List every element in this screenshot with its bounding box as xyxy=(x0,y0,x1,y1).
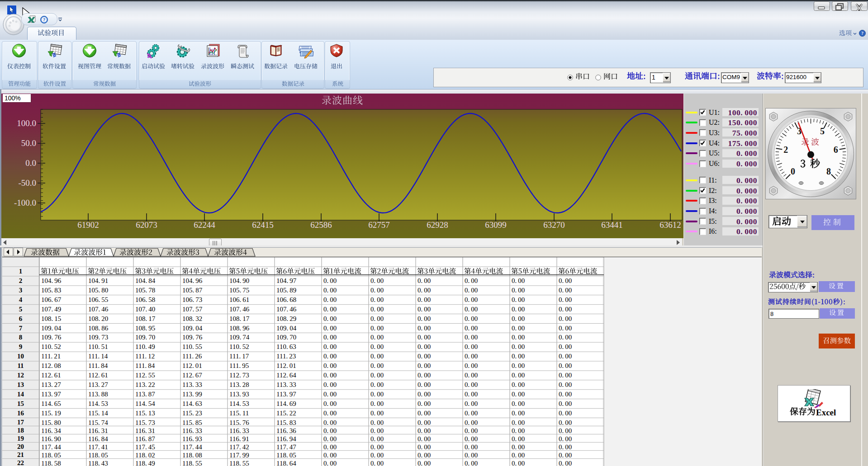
svg-text:63099: 63099 xyxy=(485,220,507,230)
svg-text:50.0: 50.0 xyxy=(21,138,36,148)
svg-text:62244: 62244 xyxy=(194,220,215,230)
svg-text:?: ? xyxy=(43,17,45,22)
svg-text:62415: 62415 xyxy=(252,220,274,230)
svg-text:0: 0 xyxy=(791,166,795,176)
svg-text:100.0: 100.0 xyxy=(17,118,36,128)
svg-text:-100.0: -100.0 xyxy=(14,198,36,207)
svg-text:62073: 62073 xyxy=(136,220,157,230)
svg-text:?: ? xyxy=(861,31,863,36)
svg-text:62928: 62928 xyxy=(427,220,448,230)
svg-text:62586: 62586 xyxy=(310,220,332,230)
svg-text:6: 6 xyxy=(834,145,838,155)
svg-text:0.0: 0.0 xyxy=(25,158,36,168)
svg-text:5: 5 xyxy=(820,126,825,136)
svg-text:63441: 63441 xyxy=(601,220,623,230)
svg-text:3: 3 xyxy=(797,126,802,136)
svg-text:2: 2 xyxy=(783,145,788,155)
svg-text:-50.0: -50.0 xyxy=(18,178,36,188)
svg-text:61902: 61902 xyxy=(77,220,99,230)
svg-text:62757: 62757 xyxy=(368,220,390,230)
svg-text:8: 8 xyxy=(826,166,831,176)
svg-text:63270: 63270 xyxy=(543,220,565,230)
svg-text:63612: 63612 xyxy=(659,220,681,230)
